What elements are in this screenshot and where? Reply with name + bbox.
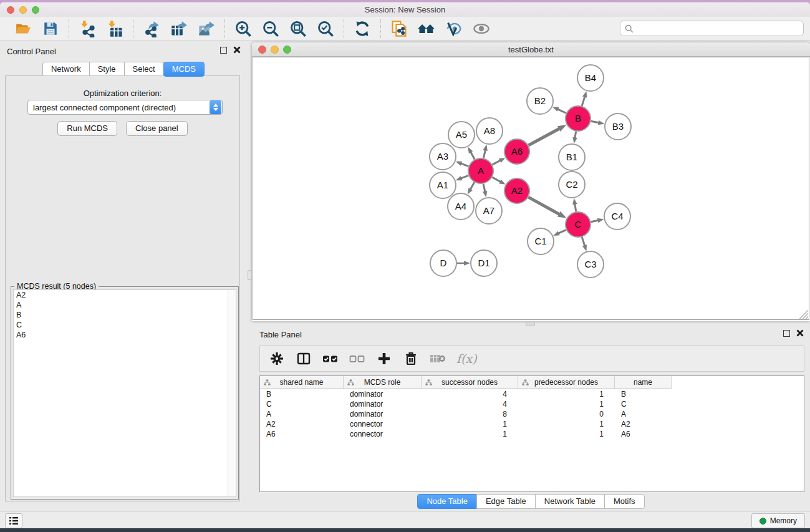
export-table-button[interactable] xyxy=(168,19,190,38)
tab-edge-table[interactable]: Edge Table xyxy=(476,494,536,509)
table-cell: 1 xyxy=(422,420,518,428)
vertical-split-grip[interactable] xyxy=(248,270,252,280)
table-settings-button[interactable] xyxy=(269,350,285,367)
home-view-button[interactable] xyxy=(416,19,437,38)
table-cell: 1 xyxy=(518,420,615,428)
mcds-result-item[interactable]: A6 xyxy=(14,330,236,340)
close-panel-icon[interactable] xyxy=(233,46,241,54)
tab-node-table[interactable]: Node Table xyxy=(417,494,477,509)
show-graphics-details-button[interactable] xyxy=(471,19,492,38)
delete-column-button[interactable] xyxy=(403,350,419,367)
graph-edge-arrowhead xyxy=(572,137,577,143)
graph-node-D1[interactable]: D1 xyxy=(471,250,497,276)
graph-node-A2[interactable]: A2 xyxy=(504,178,529,203)
graph-node-B1[interactable]: B1 xyxy=(559,144,585,170)
memory-button[interactable]: Memory xyxy=(751,513,805,528)
tab-network[interactable]: Network xyxy=(42,62,90,77)
graph-edge-arrowhead xyxy=(499,180,506,185)
column-header-successor-nodes[interactable]: successor nodes xyxy=(422,376,518,389)
clone-network-button[interactable] xyxy=(388,19,410,38)
open-session-button[interactable] xyxy=(12,19,34,38)
import-table-button[interactable] xyxy=(104,19,125,38)
tab-network-table[interactable]: Network Table xyxy=(535,494,605,509)
graph-node-A1[interactable]: A1 xyxy=(430,172,456,198)
graph-node-label: B2 xyxy=(534,95,546,106)
horizontal-split-grip[interactable] xyxy=(526,322,535,326)
apply-layout-button[interactable] xyxy=(352,19,373,38)
toggle-column-panel-button[interactable] xyxy=(296,350,312,367)
table-row[interactable]: Bdominator41B xyxy=(260,389,804,399)
optimization-criterion-select[interactable]: largest connected component (directed) xyxy=(27,100,223,115)
graph-node-C[interactable]: C xyxy=(566,212,591,237)
table-cell: 4 xyxy=(422,400,518,409)
delete-table-button[interactable] xyxy=(430,350,446,367)
run-mcds-button[interactable]: Run MCDS xyxy=(57,121,117,136)
graph-node-A5[interactable]: A5 xyxy=(448,122,475,148)
graph-node-A8[interactable]: A8 xyxy=(476,118,503,144)
graph-node-A6[interactable]: A6 xyxy=(504,139,529,164)
close-table-panel-icon[interactable] xyxy=(796,329,804,337)
float-panel-icon[interactable] xyxy=(220,47,227,54)
graph-node-B2[interactable]: B2 xyxy=(527,88,553,114)
mcds-result-item[interactable]: C xyxy=(14,320,236,330)
export-network-button[interactable] xyxy=(141,19,162,38)
graph-node-A7[interactable]: A7 xyxy=(476,198,502,224)
create-column-button[interactable] xyxy=(376,350,392,367)
column-header-shared-name[interactable]: shared name xyxy=(260,376,344,389)
graph-edge xyxy=(557,109,566,114)
mcds-result-item[interactable]: B xyxy=(14,310,236,320)
search-icon xyxy=(625,24,634,33)
float-table-panel-icon[interactable] xyxy=(783,330,790,337)
graph-node-A4[interactable]: A4 xyxy=(448,193,474,220)
network-window-titlebar[interactable]: testGlobe.txt xyxy=(252,42,810,57)
graph-node-B[interactable]: B xyxy=(566,106,591,131)
graph-edge xyxy=(575,203,576,212)
zoom-out-button[interactable] xyxy=(260,19,281,38)
graph-node-A3[interactable]: A3 xyxy=(430,143,456,170)
graph-edge-arrowhead xyxy=(483,144,487,151)
column-header-name[interactable]: name xyxy=(615,376,672,389)
hide-graphics-details-button[interactable] xyxy=(443,19,465,38)
table-cell: A xyxy=(615,410,672,418)
tab-style[interactable]: Style xyxy=(89,62,125,77)
tab-select[interactable]: Select xyxy=(124,62,164,77)
table-row[interactable]: A2connector11A2 xyxy=(260,419,804,429)
graph-node-B4[interactable]: B4 xyxy=(577,65,604,91)
search-box[interactable] xyxy=(620,21,804,36)
tab-motifs[interactable]: Motifs xyxy=(604,494,645,509)
graph-node-D[interactable]: D xyxy=(430,250,456,276)
graph-node-C3[interactable]: C3 xyxy=(577,251,604,278)
mcds-result-item[interactable]: A2 xyxy=(14,290,236,300)
network-canvas[interactable]: B4B2BB3A8A5A6A3B1AA1C2A2A4A7C4CC1C3DD1 xyxy=(253,57,809,320)
list-scrollbar[interactable] xyxy=(228,290,236,496)
import-network-button[interactable] xyxy=(77,19,98,38)
function-builder-button[interactable]: f(x) xyxy=(456,350,477,367)
column-type-icon xyxy=(347,379,354,386)
close-panel-button[interactable]: Close panel xyxy=(126,121,188,136)
column-header-predecessor-nodes[interactable]: predecessor nodes xyxy=(518,376,615,389)
unselect-all-columns-button[interactable] xyxy=(349,350,365,367)
graph-node-C2[interactable]: C2 xyxy=(559,172,585,198)
resize-grip-icon[interactable] xyxy=(799,310,808,319)
graph-node-C4[interactable]: C4 xyxy=(604,203,630,230)
zoom-selected-button[interactable] xyxy=(315,19,336,38)
graph-node-A[interactable]: A xyxy=(468,158,493,183)
task-list-icon xyxy=(9,516,19,525)
mcds-result-item[interactable]: A xyxy=(14,300,236,310)
search-input[interactable] xyxy=(637,24,793,33)
save-session-button[interactable] xyxy=(40,19,61,38)
zoom-in-button[interactable] xyxy=(233,19,254,38)
column-header-MCDS-role[interactable]: MCDS role xyxy=(344,376,422,389)
table-row[interactable]: A6connector11A6 xyxy=(260,429,804,439)
export-image-button[interactable] xyxy=(196,19,217,38)
table-body: Bdominator41BCdominator41CAdominator80AA… xyxy=(260,389,804,439)
mcds-result-list[interactable]: A2ABCA6 xyxy=(13,289,236,497)
show-task-history-button[interactable] xyxy=(5,513,22,528)
graph-node-C1[interactable]: C1 xyxy=(528,228,554,254)
table-row[interactable]: Adominator80A xyxy=(260,409,804,419)
tab-mcds[interactable]: MCDS xyxy=(163,62,205,77)
graph-node-B3[interactable]: B3 xyxy=(605,114,631,140)
zoom-fit-button[interactable] xyxy=(287,19,309,38)
table-row[interactable]: Cdominator41C xyxy=(260,399,804,409)
select-all-columns-button[interactable] xyxy=(322,350,339,367)
